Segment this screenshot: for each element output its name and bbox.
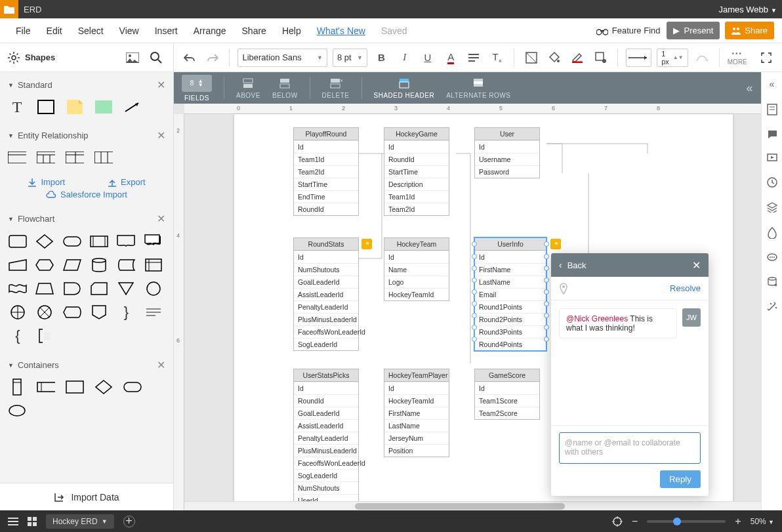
- salesforce-import[interactable]: Salesforce Import: [60, 190, 127, 199]
- text-color-button[interactable]: A: [442, 49, 460, 67]
- menu-share[interactable]: Share: [234, 26, 274, 36]
- menu-select[interactable]: Select: [70, 26, 112, 36]
- zoom-slider[interactable]: [647, 520, 726, 523]
- entity-user-info[interactable]: UserInfo Id FirstName LastName Email Rou…: [474, 237, 546, 351]
- comment-input[interactable]: @name or @email to collaborate with othe…: [559, 432, 701, 464]
- container-4[interactable]: [94, 379, 113, 395]
- chat-icon[interactable]: [767, 253, 777, 262]
- pin-icon[interactable]: [559, 283, 568, 295]
- delete-field-button[interactable]: × DELETE: [322, 77, 350, 99]
- feature-find[interactable]: Feature Find: [596, 26, 661, 35]
- flow-brace[interactable]: }: [116, 304, 136, 321]
- flow-terminator[interactable]: [62, 233, 82, 250]
- zoom-out-button[interactable]: −: [632, 516, 638, 527]
- shape-fill-button[interactable]: [522, 49, 540, 67]
- section-standard[interactable]: Standard: [18, 80, 157, 90]
- menu-view[interactable]: View: [112, 26, 147, 36]
- menu-arrange[interactable]: Arrange: [186, 26, 234, 36]
- font-select[interactable]: Liberation Sans▼: [237, 49, 327, 67]
- entity-round-stats[interactable]: RoundStats Id NumShutouts GoalLeaderId A…: [293, 237, 359, 351]
- comment-badge-icon[interactable]: ❝: [550, 239, 561, 249]
- image-icon[interactable]: [123, 49, 142, 67]
- caret-down-icon[interactable]: ▼: [8, 216, 14, 222]
- flow-square-bracket[interactable]: [35, 327, 54, 344]
- flow-connector[interactable]: [144, 280, 163, 297]
- add-below-button[interactable]: BELOW: [272, 77, 298, 99]
- section-containers[interactable]: Containers: [18, 360, 157, 370]
- entity-user-stats-picks[interactable]: UserStatsPicks Id RoundId GoalLeaderId A…: [293, 369, 359, 507]
- close-icon[interactable]: ✕: [157, 129, 165, 142]
- page-icon[interactable]: [767, 104, 777, 115]
- back-button[interactable]: ‹: [559, 260, 562, 270]
- flow-delay[interactable]: [62, 280, 82, 297]
- flow-stored-data[interactable]: [116, 256, 136, 274]
- flow-parallelogram[interactable]: [62, 256, 82, 274]
- alternate-rows-button[interactable]: ALTERNATE ROWS: [446, 77, 510, 99]
- flow-sum[interactable]: [8, 304, 28, 321]
- add-above-button[interactable]: ABOVE: [236, 77, 260, 99]
- flow-document[interactable]: [116, 233, 136, 250]
- rect-shape[interactable]: [37, 99, 55, 115]
- undo-button[interactable]: [180, 49, 198, 67]
- data-icon[interactable]: [767, 277, 777, 287]
- container-6[interactable]: [8, 403, 26, 419]
- page-tab[interactable]: Hockey ERD ▼: [46, 514, 114, 529]
- search-icon[interactable]: [147, 49, 165, 67]
- er-export[interactable]: Export: [108, 177, 146, 187]
- comment-badge-icon[interactable]: ❝: [361, 239, 372, 249]
- close-icon[interactable]: ✕: [157, 213, 165, 225]
- er-table-2[interactable]: [37, 150, 55, 165]
- flow-tape[interactable]: [8, 280, 28, 297]
- fill-color-button[interactable]: [546, 49, 564, 67]
- flow-or[interactable]: [35, 304, 54, 321]
- flow-note[interactable]: [144, 304, 163, 321]
- flow-trapezoid[interactable]: [35, 280, 54, 297]
- entity-hockey-team[interactable]: HockeyTeam Id Name Logo HockeyTeamId: [384, 237, 449, 301]
- shape-options-button[interactable]: [592, 49, 609, 67]
- note-shape[interactable]: [66, 99, 84, 115]
- entity-hockey-game[interactable]: HockeyGame Id RoundId StartTime Descript…: [384, 127, 449, 216]
- close-icon[interactable]: ✕: [157, 79, 165, 91]
- fullscreen-button[interactable]: [758, 49, 775, 67]
- er-table-1[interactable]: [8, 150, 26, 165]
- flow-multidoc[interactable]: [144, 233, 163, 250]
- flow-offpage[interactable]: [89, 304, 109, 321]
- caret-down-icon[interactable]: ▼: [8, 82, 14, 89]
- entity-user[interactable]: User Id Username Password: [474, 127, 540, 178]
- add-page-button[interactable]: +: [123, 516, 135, 527]
- doc-title[interactable]: ERD: [24, 5, 41, 14]
- flow-database[interactable]: [89, 256, 109, 274]
- align-button[interactable]: [465, 49, 483, 67]
- line-style-select[interactable]: [626, 49, 651, 67]
- text-shape[interactable]: T: [8, 99, 26, 115]
- magic-icon[interactable]: [767, 302, 777, 312]
- fields-count-input[interactable]: 8 ▲▼: [182, 75, 212, 92]
- section-er[interactable]: Entity Relationship: [18, 131, 157, 140]
- flow-display[interactable]: [62, 304, 82, 321]
- clear-format-button[interactable]: T×: [488, 49, 506, 67]
- caret-down-icon[interactable]: ▼: [8, 133, 14, 139]
- flow-rect[interactable]: [8, 233, 28, 250]
- close-icon[interactable]: ✕: [157, 359, 165, 371]
- shaded-header-button[interactable]: SHADED HEADER: [374, 77, 435, 99]
- theme-icon[interactable]: [768, 227, 777, 239]
- bold-button[interactable]: B: [373, 49, 390, 67]
- container-3[interactable]: [66, 379, 84, 395]
- er-table-3[interactable]: [66, 150, 84, 165]
- er-import[interactable]: Import: [28, 177, 65, 187]
- entity-hockey-team-player[interactable]: HockeyTeamPlayer Id HockeyTeamId FirstNa…: [384, 369, 449, 457]
- layers-icon[interactable]: [767, 202, 777, 213]
- redo-button[interactable]: [203, 49, 221, 67]
- line-width-select[interactable]: 1 px▲▼: [657, 49, 688, 67]
- container-5[interactable]: [123, 379, 142, 395]
- container-1[interactable]: [8, 379, 26, 395]
- target-icon[interactable]: [612, 516, 623, 527]
- arrow-shape[interactable]: [123, 99, 142, 115]
- border-color-button[interactable]: [569, 49, 586, 67]
- resolve-button[interactable]: Resolve: [670, 283, 701, 293]
- import-data-button[interactable]: Import Data: [0, 483, 173, 510]
- horizontal-scrollbar[interactable]: [184, 501, 761, 510]
- flow-diamond[interactable]: [35, 233, 54, 250]
- reply-button[interactable]: Reply: [660, 470, 701, 488]
- grid-view-icon[interactable]: [28, 517, 37, 526]
